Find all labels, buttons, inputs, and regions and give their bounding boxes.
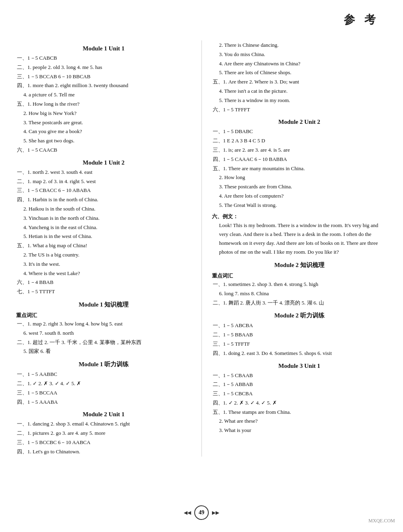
answer-line: 三、1－5 BCCAA bbox=[16, 389, 191, 397]
sub-answer-line: 6. west 7. south 8. north bbox=[16, 329, 191, 338]
answer-line: 二、1－5 BBAAB bbox=[212, 331, 387, 339]
page-container: 参 考 Module 1 Unit 1一、1－5 CABCB二、1. peopl… bbox=[0, 0, 403, 532]
answer-line: 五、1. Are there 2. Where is 3. Do; want bbox=[212, 78, 387, 86]
answer-line: 三、1－5 CBACC 6－10 ABABA bbox=[16, 186, 191, 195]
answer-line: 一、1－5 ABCBA bbox=[212, 321, 387, 330]
sub-answer-line: 4. Are there lots of computers? bbox=[212, 192, 387, 200]
section-title: Module 3 Unit 1 bbox=[212, 363, 387, 369]
sub-answer-line: 5. She has got two dogs. bbox=[16, 137, 191, 145]
answer-line: 四、1. more than 2. eight million 3. twent… bbox=[16, 81, 191, 90]
sub-answer-line: 2. What are these? bbox=[212, 417, 387, 426]
sub-answer-line: 2. How long bbox=[212, 173, 387, 182]
answer-line: 四、1. Let's go to Chinatown. bbox=[16, 448, 191, 456]
answer-line: 一、1－5 AABBC bbox=[16, 370, 191, 379]
answer-line: 四、1. doing 2. east 3. Do 4. Sometimes 5.… bbox=[212, 349, 387, 358]
content-columns: Module 1 Unit 1一、1－5 CABCB二、1. people 2.… bbox=[16, 40, 387, 457]
section-title: Module 1 听力训练 bbox=[16, 361, 191, 368]
answer-line: 二、1. 超过 2. 一千 3. 千米，公里 4. 某事物，某种东西 bbox=[16, 338, 191, 347]
answer-line: 三、1－5 TFFTF bbox=[212, 340, 387, 348]
answer-line: 一、1－5 CBAAB bbox=[212, 371, 387, 380]
answer-line: 一、1. sometimes 2. shop 3. then 4. strong… bbox=[212, 280, 387, 289]
answer-line: 三、1－5 BCCAB 6－10 BBCAB bbox=[16, 73, 191, 81]
left-column: Module 1 Unit 1一、1－5 CABCB二、1. people 2.… bbox=[16, 40, 191, 457]
page-number: 49 bbox=[194, 505, 209, 520]
answer-line: 四、1. Harbin is in the north of China. bbox=[16, 196, 191, 204]
section-title: Module 1 Unit 2 bbox=[16, 159, 191, 166]
answer-line: 二、1. ✓ 2. ✗ 3. ✓ 4. ✓ 5. ✗ bbox=[16, 380, 191, 388]
answer-line: 五、1. There are many mountains in China. bbox=[212, 165, 387, 173]
sub-answer-line: 4. There isn't a cat in the picture. bbox=[212, 87, 387, 96]
sub-answer-line: 6. long 7. miss 8. China bbox=[212, 290, 387, 298]
answer-line: 一、1－5 DBABC bbox=[212, 127, 387, 136]
sub-answer-line: 4. Yancheng is in the east of China. bbox=[16, 223, 191, 232]
answer-line: 四、1－5 CAAAC 6－10 BABBA bbox=[212, 155, 387, 164]
sub-answer-line: 5. 国家 6. 看 bbox=[16, 347, 191, 356]
answer-line: 五、1. These stamps are from China. bbox=[212, 408, 387, 417]
page-header-title: 参 考 bbox=[344, 12, 379, 27]
answer-line: 二、1 E 2 A 3 B 4 C 5 D bbox=[212, 137, 387, 145]
answer-line: 一、1－5 CABCB bbox=[16, 54, 191, 63]
sub-answer-line: 5. There is a window in my room. bbox=[212, 96, 387, 105]
answer-line: 六、1－5 TFFFT bbox=[212, 106, 387, 114]
section-title: Module 2 知识梳理 bbox=[212, 261, 387, 269]
answer-line: 五、1. How long is the river? bbox=[16, 100, 191, 108]
example-block: Look! This is my bedroom. There is a win… bbox=[212, 221, 387, 257]
next-page-icon bbox=[212, 509, 219, 516]
sub-answer-line: 5. Hetian is in the west of China. bbox=[16, 232, 191, 241]
answer-line: 二、1. 舞蹈 2. 唐人街 3. 一千 4. 漂亮的 5. 湖 6. 山 bbox=[212, 299, 387, 307]
sub-answer-line: 3. What is your bbox=[212, 426, 387, 435]
section-title: Module 1 Unit 1 bbox=[16, 45, 191, 52]
sub-answer-line: 2. The US is a big country. bbox=[16, 251, 191, 259]
section-title: Module 2 听力训练 bbox=[212, 312, 387, 319]
answer-line: 二、1－5 ABBAB bbox=[212, 380, 387, 389]
sub-answer-line: 2. Haikou is in the south of China. bbox=[16, 205, 191, 213]
answer-line: 三、1. is; are 2. are 3. are 4. is 5. are bbox=[212, 146, 387, 154]
sub-answer-line: 4. Where is the west Lake? bbox=[16, 269, 191, 278]
sub-answer-line: 3. Yinchuan is in the north of China. bbox=[16, 214, 191, 223]
section-label: 重点词汇 bbox=[212, 272, 387, 280]
answer-line: 一、1. dancing 2. shop 3. email 4. Chinato… bbox=[16, 420, 191, 428]
sub-answer-line: 2. How big is New York? bbox=[16, 109, 191, 118]
page-footer: 49 bbox=[184, 505, 219, 520]
answer-line: 一、1. north 2. west 3. south 4. east bbox=[16, 168, 191, 177]
section-label: 六、例文： bbox=[212, 213, 387, 220]
answer-line: 四、1－5 AAABA bbox=[16, 398, 191, 407]
watermark: MXQE.COM bbox=[368, 518, 395, 524]
section-label: 重点词汇 bbox=[16, 312, 191, 319]
sub-answer-line: 2. There is Chinese dancing. bbox=[212, 41, 387, 50]
answer-line: 六、1－5 CAACB bbox=[16, 146, 191, 154]
answer-line: 五、1. What a big map of China! bbox=[16, 242, 191, 250]
answer-line: 三、1－5 CBCBA bbox=[212, 390, 387, 398]
sub-answer-line: 3. You do miss China. bbox=[212, 50, 387, 59]
sub-answer-line: 4. a picture of 5. Tell me bbox=[16, 91, 191, 99]
answer-line: 七、1－5 TTTFT bbox=[16, 288, 191, 296]
section-title: Module 2 Unit 2 bbox=[212, 119, 387, 125]
sub-answer-line: 5. The Great Wall is strong. bbox=[212, 201, 387, 210]
answer-line: 二、1. people 2. old 3. long 4. me 5. has bbox=[16, 63, 191, 72]
sub-answer-line: 3. These postcards are from China. bbox=[212, 183, 387, 191]
sub-answer-line: 3. These postcards are great. bbox=[16, 119, 191, 127]
answer-line: 三、1－5 BCCBC 6－10 AABCA bbox=[16, 438, 191, 447]
sub-answer-line: 4. Are there any Chinatowns in China? bbox=[212, 60, 387, 68]
answer-line: 二、1. pictures 2. go 3. are 4. any 5. mor… bbox=[16, 429, 191, 438]
answer-line: 四、1. ✓ 2. ✗ 3. ✓ 4. ✓ 5. ✗ bbox=[212, 399, 387, 407]
prev-page-icon bbox=[184, 509, 191, 516]
answer-line: 六、1－4 BBAB bbox=[16, 278, 191, 287]
sub-answer-line: 4. Can you give me a book? bbox=[16, 127, 191, 136]
answer-line: 一、1. map 2. right 3. how long 4. how big… bbox=[16, 320, 191, 328]
sub-answer-line: 3. It's in the west. bbox=[16, 260, 191, 269]
section-title: Module 1 知识梳理 bbox=[16, 301, 191, 309]
right-column: 2. There is Chinese dancing.3. You do mi… bbox=[212, 40, 387, 457]
column-divider bbox=[202, 40, 202, 457]
answer-line: 二、1. map 2. of 3. in 4. right 5. west bbox=[16, 177, 191, 186]
sub-answer-line: 5. There are lots of Chinese shops. bbox=[212, 69, 387, 77]
section-title: Module 2 Unit 1 bbox=[16, 411, 191, 418]
